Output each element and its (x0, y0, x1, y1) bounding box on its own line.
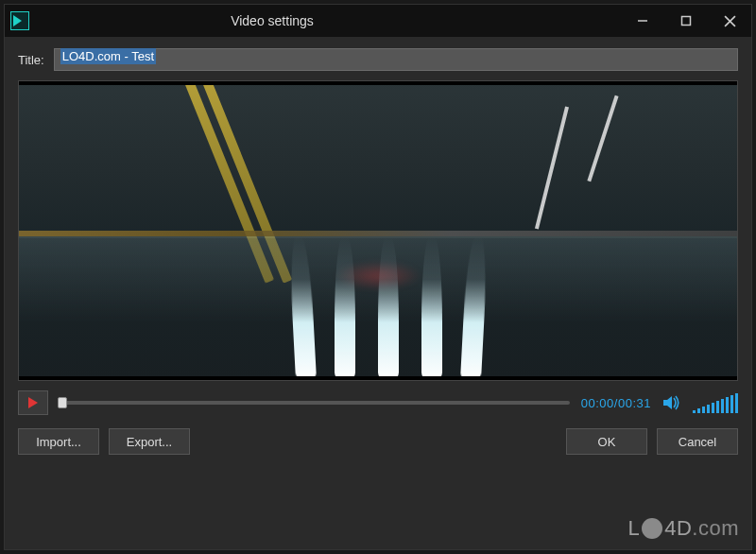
app-icon (10, 11, 29, 30)
dialog-footer: Import... Export... OK Cancel (18, 424, 738, 455)
close-icon (724, 15, 736, 27)
time-display: 00:00/00:31 (581, 396, 651, 410)
video-settings-window: Video settings Title: LO4D.com - Test (4, 4, 752, 550)
window-title: Video settings (0, 13, 621, 28)
volume-slider[interactable] (693, 393, 738, 413)
title-row: Title: LO4D.com - Test (18, 48, 738, 71)
maximize-button[interactable] (664, 5, 708, 37)
dialog-body: Title: LO4D.com - Test (5, 37, 751, 549)
cancel-button[interactable]: Cancel (657, 428, 738, 455)
time-current: 00:00 (581, 396, 614, 410)
time-total: 00:31 (618, 396, 651, 410)
svg-rect-1 (682, 17, 691, 26)
title-input[interactable]: LO4D.com - Test (54, 48, 738, 71)
play-icon (28, 397, 38, 408)
play-button[interactable] (18, 390, 48, 415)
video-preview[interactable] (18, 80, 738, 381)
maximize-icon (680, 15, 692, 26)
minimize-button[interactable] (621, 5, 664, 37)
title-label: Title: (18, 53, 44, 67)
seek-slider[interactable] (60, 401, 570, 405)
export-button[interactable]: Export... (109, 428, 190, 455)
playback-controls: 00:00/00:31 (18, 390, 738, 415)
minimize-icon (637, 15, 648, 26)
volume-icon (662, 394, 681, 411)
volume-button[interactable] (662, 394, 681, 411)
titlebar: Video settings (5, 5, 751, 37)
import-button[interactable]: Import... (18, 428, 99, 455)
seek-knob[interactable] (58, 397, 67, 408)
ok-button[interactable]: OK (566, 428, 647, 455)
close-button[interactable] (708, 5, 751, 37)
preview-image (19, 81, 737, 380)
window-buttons (621, 5, 751, 37)
title-input-value: LO4D.com - Test (60, 48, 156, 64)
